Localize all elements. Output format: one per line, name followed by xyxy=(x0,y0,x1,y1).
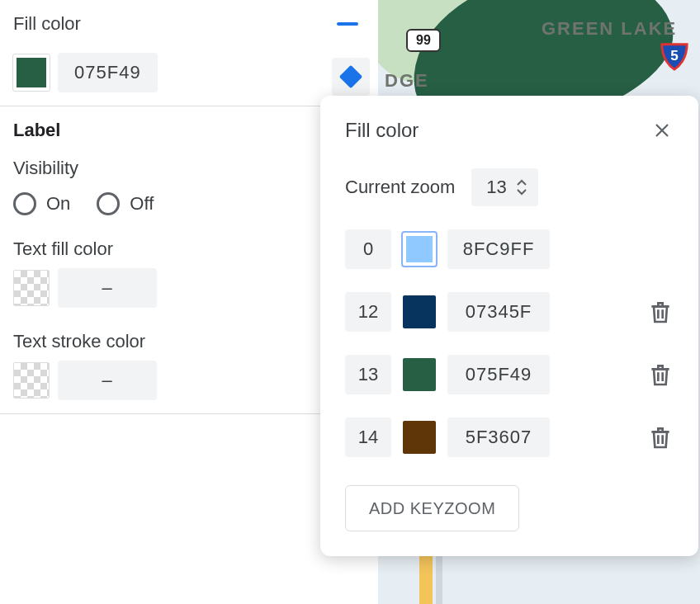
keyzoom-hex-field[interactable]: 8FC9FF xyxy=(447,229,550,269)
current-zoom-label: Current zoom xyxy=(345,177,455,198)
close-icon[interactable] xyxy=(650,119,674,142)
keyzoom-swatch[interactable] xyxy=(403,233,436,266)
hwy-99-text: 99 xyxy=(416,33,431,48)
visibility-on-label: On xyxy=(46,193,70,215)
stepper-arrows xyxy=(515,179,528,196)
fill-color-swatch[interactable] xyxy=(13,54,50,91)
trash-spacer xyxy=(647,236,674,262)
text-stroke-label: Text stroke color xyxy=(13,331,365,352)
visibility-off-radio[interactable]: Off xyxy=(97,192,154,215)
trash-icon[interactable] xyxy=(647,299,674,325)
keyzoom-zoom-field[interactable]: 14 xyxy=(345,418,391,457)
chevron-down-icon[interactable] xyxy=(515,187,528,196)
diamond-icon xyxy=(339,65,362,88)
keyzoom-swatch[interactable] xyxy=(403,295,436,328)
hwy-shield-99: 99 xyxy=(406,29,441,52)
keyzoom-swatch[interactable] xyxy=(403,421,436,454)
keyzoom-hex-field[interactable]: 075F49 xyxy=(447,355,550,394)
keyzoom-hex-field[interactable]: 5F3607 xyxy=(447,418,550,457)
text-stroke-hex-field[interactable]: – xyxy=(58,361,157,400)
keyzoom-list: 08FC9FF1207345F13075F49145F3607 xyxy=(345,229,674,457)
map-label-ridge: DGE xyxy=(378,70,429,92)
current-zoom-value: 13 xyxy=(486,177,506,198)
fill-color-heading: Fill color xyxy=(13,13,81,35)
radio-icon xyxy=(97,192,120,215)
visibility-radio-group: On Off xyxy=(13,192,365,215)
keyzoom-hex-field[interactable]: 07345F xyxy=(447,292,550,332)
trash-icon[interactable] xyxy=(647,424,674,451)
minus-icon[interactable] xyxy=(337,22,358,26)
keyzoom-zoom-field[interactable]: 13 xyxy=(345,355,391,394)
i5-text: 5 xyxy=(670,48,679,64)
keyzoom-swatch[interactable] xyxy=(403,358,436,391)
text-fill-hex-field[interactable]: – xyxy=(58,268,157,308)
keyzoom-zoom-field[interactable]: 0 xyxy=(345,229,391,269)
keyzoom-row: 145F3607 xyxy=(345,418,674,457)
keyzoom-zoom-field[interactable]: 12 xyxy=(345,292,391,332)
current-zoom-stepper[interactable]: 13 xyxy=(471,168,537,206)
label-heading: Label xyxy=(13,120,365,141)
zoom-style-toggle[interactable] xyxy=(332,58,370,96)
fill-color-popover: Fill color Current zoom 13 08FC9FF120734… xyxy=(320,96,698,556)
fill-color-section: Fill color 075F49 xyxy=(0,0,378,106)
text-stroke-swatch[interactable] xyxy=(13,362,50,399)
text-fill-swatch[interactable] xyxy=(13,270,50,306)
trash-icon[interactable] xyxy=(647,361,674,388)
visibility-off-label: Off xyxy=(130,193,154,215)
visibility-label: Visibility xyxy=(13,158,365,179)
visibility-on-radio[interactable]: On xyxy=(13,192,70,215)
keyzoom-row: 13075F49 xyxy=(345,355,674,394)
fill-color-hex-field[interactable]: 075F49 xyxy=(58,53,158,92)
add-keyzoom-button[interactable]: ADD KEYZOOM xyxy=(345,485,519,531)
map-label-green-lake: GREEN LAKE xyxy=(542,18,677,40)
interstate-shield-5: 5 xyxy=(657,40,692,71)
popover-title: Fill color xyxy=(345,119,419,142)
text-fill-label: Text fill color xyxy=(13,238,365,260)
radio-icon xyxy=(13,192,36,215)
keyzoom-row: 1207345F xyxy=(345,292,674,332)
keyzoom-row: 08FC9FF xyxy=(345,229,674,269)
chevron-up-icon[interactable] xyxy=(515,179,528,187)
